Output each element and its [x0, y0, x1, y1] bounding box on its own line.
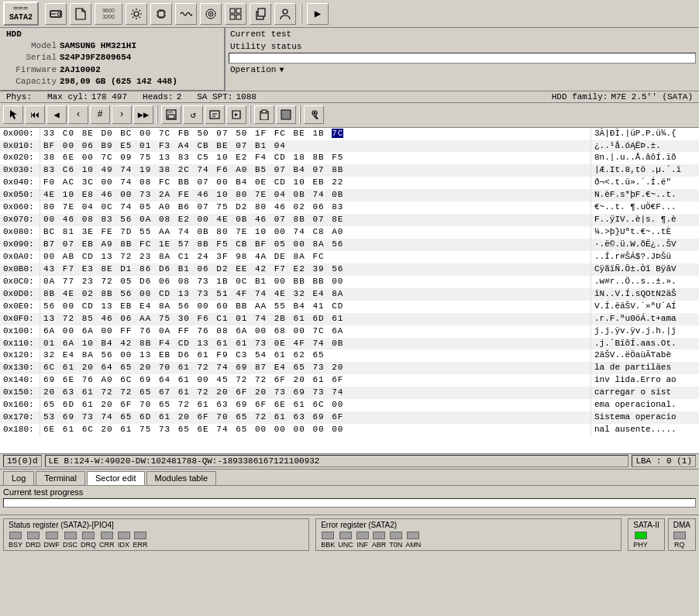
hex-byte[interactable]: 65: [178, 425, 190, 434]
hex-bytes[interactable]: 20 63 61 72 72 65 67 61 72 20 6F 20 73 6…: [40, 387, 591, 399]
hex-byte[interactable]: CB: [236, 239, 247, 249]
hex-byte[interactable]: 69: [43, 375, 55, 384]
hex-byte[interactable]: C6: [63, 165, 74, 174]
hex-byte[interactable]: E4: [274, 363, 286, 372]
hex-byte[interactable]: E5: [120, 141, 132, 150]
hex-byte[interactable]: 07: [312, 165, 324, 174]
operation-dropdown[interactable]: ▼: [279, 66, 284, 74]
hex-byte[interactable]: F5: [216, 239, 228, 249]
hex-byte[interactable]: 72: [63, 314, 74, 323]
hex-bytes[interactable]: BF 00 06 B9 E5 01 F3 A4 CB BE 07 B1 04: [40, 140, 591, 153]
hex-byte[interactable]: 61: [274, 412, 286, 422]
hex-byte[interactable]: 73: [198, 289, 209, 298]
hex-byte[interactable]: 0B: [332, 339, 343, 348]
hex-byte[interactable]: 69: [294, 387, 305, 397]
hex-byte[interactable]: F4: [255, 153, 267, 162]
hex-bytes[interactable]: 38 6E 00 7C 09 75 13 83 C5 10 E2 F4 CD 1…: [40, 152, 591, 164]
hex-byte[interactable]: BE: [216, 141, 228, 150]
hex-byte[interactable]: 50: [198, 129, 209, 138]
hex-byte[interactable]: 6C: [43, 363, 55, 372]
hex-byte[interactable]: 72: [178, 400, 190, 409]
hex-byte[interactable]: D2: [216, 264, 228, 274]
tb2-fill-btn[interactable]: [276, 105, 296, 124]
hex-byte[interactable]: CD: [82, 252, 94, 261]
hex-byte[interactable]: FF: [178, 326, 190, 336]
hex-byte[interactable]: 54: [255, 350, 267, 360]
tab-sector-edit[interactable]: Sector edit: [87, 471, 145, 485]
hex-byte[interactable]: 61: [120, 425, 132, 434]
hex-byte[interactable]: 64: [101, 363, 112, 372]
hex-byte[interactable]: 61: [178, 363, 190, 372]
hex-byte[interactable]: 4E: [43, 190, 55, 199]
hex-byte[interactable]: B1: [178, 264, 190, 274]
hex-byte[interactable]: B1: [255, 141, 267, 150]
hex-byte[interactable]: 8B: [198, 239, 209, 249]
hex-byte[interactable]: 56: [120, 289, 132, 298]
hex-byte[interactable]: 0B: [236, 215, 247, 224]
hex-byte[interactable]: 05: [274, 239, 286, 249]
hex-bytes[interactable]: 83 C6 10 49 74 19 38 2C 74 F6 A0 B5 07 B…: [40, 164, 591, 177]
hex-byte[interactable]: AA: [159, 227, 170, 236]
hex-byte[interactable]: 7C: [101, 153, 112, 162]
hex-byte[interactable]: 6A: [236, 326, 247, 336]
hex-byte[interactable]: 75: [139, 153, 151, 162]
toolbar-person-btn[interactable]: [274, 3, 296, 25]
hex-byte[interactable]: 10: [255, 227, 267, 236]
hex-byte[interactable]: BB: [294, 277, 305, 286]
hex-byte[interactable]: 56: [43, 301, 55, 311]
hex-byte[interactable]: 01: [236, 314, 247, 323]
hex-byte[interactable]: 53: [43, 412, 55, 422]
hex-byte[interactable]: A9: [101, 239, 112, 249]
toolbar-chip-btn[interactable]: [150, 3, 172, 25]
hex-byte[interactable]: F6: [198, 314, 209, 323]
hex-byte[interactable]: 65: [120, 363, 132, 372]
hex-byte[interactable]: 68: [274, 326, 286, 336]
hex-byte[interactable]: C8: [312, 227, 324, 236]
hex-byte[interactable]: BE: [294, 129, 305, 138]
hex-byte[interactable]: 3F: [216, 252, 228, 261]
hex-byte[interactable]: 73: [139, 190, 151, 199]
hex-byte[interactable]: 00: [120, 350, 132, 360]
tb2-save-btn[interactable]: [161, 105, 181, 124]
hex-byte[interactable]: 49: [101, 165, 112, 174]
hex-byte[interactable]: CD: [82, 301, 94, 311]
hex-byte[interactable]: 32: [294, 289, 305, 298]
hex-byte[interactable]: 30: [178, 314, 190, 323]
hex-byte[interactable]: 04: [274, 141, 286, 150]
hex-byte[interactable]: 6C: [120, 375, 132, 384]
hex-byte[interactable]: 2C: [178, 165, 190, 174]
hex-bytes[interactable]: 6E 61 6C 20 61 75 73 65 6E 74 65 00 00 0…: [40, 424, 591, 436]
hex-byte[interactable]: 10: [216, 153, 228, 162]
hex-bytes[interactable]: 65 6D 61 20 6F 70 65 72 61 63 69 6F 6E 6…: [40, 399, 591, 411]
hex-byte[interactable]: E4: [139, 301, 151, 311]
hex-byte[interactable]: AA: [255, 301, 267, 311]
hex-byte[interactable]: 33: [43, 129, 55, 138]
hex-byte[interactable]: 00: [294, 425, 305, 434]
hex-byte[interactable]: BC: [43, 227, 55, 236]
hex-byte[interactable]: 73: [159, 425, 170, 434]
toolbar-speed-btn[interactable]: 96003200: [95, 3, 122, 25]
hex-byte[interactable]: 46: [198, 190, 209, 199]
hex-byte[interactable]: 80: [43, 202, 55, 212]
hex-byte[interactable]: 61: [332, 314, 343, 323]
hex-byte[interactable]: 61: [216, 339, 228, 348]
hex-byte[interactable]: 42: [255, 264, 267, 274]
hex-byte[interactable]: 00: [274, 227, 286, 236]
hex-byte[interactable]: 65: [236, 412, 247, 422]
hex-byte[interactable]: 98: [236, 252, 247, 261]
hex-byte[interactable]: 74: [120, 202, 132, 212]
hex-byte[interactable]: 8E: [332, 215, 343, 224]
hex-byte[interactable]: BB: [236, 301, 247, 311]
hex-byte[interactable]: DE: [274, 252, 286, 261]
hex-byte[interactable]: B5: [255, 165, 267, 174]
hex-byte[interactable]: 6F: [332, 412, 343, 422]
hex-byte[interactable]: 6F: [120, 400, 132, 409]
hex-byte[interactable]: 0C: [101, 202, 112, 212]
hex-byte[interactable]: 70: [159, 363, 170, 372]
hex-byte[interactable]: 6D: [139, 412, 151, 422]
hex-bytes[interactable]: 0A 77 23 72 05 D6 06 08 73 1B 0C B1 00 B…: [40, 276, 591, 288]
hex-byte[interactable]: CD: [332, 301, 343, 311]
hex-byte[interactable]: F0: [43, 177, 55, 187]
hex-byte[interactable]: 19: [139, 165, 151, 174]
hex-byte[interactable]: C1: [178, 252, 190, 261]
